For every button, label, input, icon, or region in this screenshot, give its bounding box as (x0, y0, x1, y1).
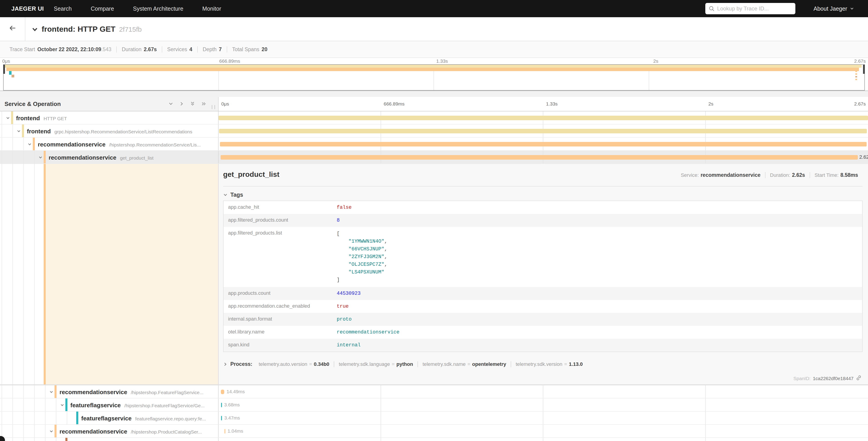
timeline-tick-label: 2s (653, 58, 658, 64)
span-service-name: recommendationservice (60, 428, 127, 435)
summary-item: Duration2.67s (116, 47, 162, 53)
span-name-group[interactable]: frontendgrpc.hipstershop.RecommendationS… (27, 127, 192, 135)
tag-key: app.products.count (223, 287, 337, 300)
summary-item: Total Spans20 (227, 47, 273, 53)
json-string-value: "1YMWWN1N4O" (348, 239, 384, 244)
expand-chevron-icon[interactable] (6, 114, 10, 122)
span-color-bar (44, 151, 46, 164)
span-timeline-cell[interactable] (219, 111, 868, 124)
span-name-group[interactable]: recommendationservice/hipstershop.Featur… (60, 388, 204, 396)
collapse-all-icon[interactable] (190, 100, 195, 108)
minimap-span-mark (9, 71, 11, 75)
minimap-span-mark (11, 75, 14, 78)
span-name-group[interactable]: recommendationservice/hipstershop.Recomm… (38, 140, 201, 148)
span-timeline-cell[interactable] (219, 438, 868, 441)
span-timeline-cell[interactable]: 3.47ms (219, 412, 868, 424)
top-navbar: JAEGER UI SearchCompareSystem Architectu… (0, 0, 868, 17)
span-row[interactable]: featureflagservice/hipstershop.FeatureFl… (0, 399, 868, 412)
nav-item-monitor[interactable]: Monitor (202, 5, 221, 12)
span-name-group[interactable]: recommendationserviceget_product_list (49, 153, 153, 161)
minimap-left-scrubber[interactable] (3, 65, 5, 74)
span-row[interactable] (0, 438, 868, 441)
span-bar[interactable] (221, 390, 224, 394)
span-name-group[interactable]: featureflagservice/hipstershop.FeatureFl… (70, 401, 205, 409)
span-timeline-cell[interactable] (219, 138, 868, 150)
tag-key: internal.span.format (223, 313, 337, 326)
expand-chevron-icon[interactable] (49, 427, 53, 435)
app-logo[interactable]: JAEGER UI (11, 5, 44, 12)
process-key: telemetry.sdk.language (339, 361, 390, 367)
span-bar[interactable] (221, 416, 222, 420)
expand-chevron-icon[interactable] (49, 388, 53, 396)
span-rows-top: frontendHTTP GETfrontendgrpc.hipstershop… (0, 111, 868, 164)
trace-minimap[interactable] (3, 64, 865, 91)
copy-link-icon[interactable] (856, 375, 862, 382)
summary-item: Trace StartOctober 22 2022, 22:10:09.543 (4, 47, 116, 53)
tag-value-text: recommendationservice (337, 329, 399, 335)
span-tree-cell: frontendHTTP GET (0, 111, 219, 124)
minimap-span-mark (855, 79, 857, 80)
tag-key: app.filtered_products.count (223, 214, 337, 227)
span-bar[interactable] (219, 116, 868, 120)
chevron-down-icon (850, 5, 854, 12)
span-name-group[interactable]: recommendationservice/hipstershop.Produc… (60, 427, 202, 435)
span-color-bar (55, 425, 57, 437)
span-row[interactable]: recommendationservice/hipstershop.Featur… (0, 385, 868, 399)
back-button[interactable] (0, 17, 25, 41)
span-name-group[interactable]: frontendHTTP GET (16, 114, 67, 122)
span-row[interactable]: recommendationservice/hipstershop.Recomm… (0, 138, 868, 151)
span-bar[interactable] (221, 155, 858, 159)
span-row[interactable]: featureflagservicefeatureflagservice.rep… (0, 412, 868, 425)
span-timeline-cell[interactable]: 3.68ms (219, 399, 868, 411)
span-timeline-cell[interactable]: 2.62s (219, 151, 868, 164)
span-timeline-cell[interactable]: 14.49ms (219, 385, 868, 398)
indent-guide (2, 111, 2, 124)
expand-chevron-icon[interactable] (60, 401, 64, 409)
nav-item-compare[interactable]: Compare (91, 5, 114, 12)
span-name-group[interactable]: featureflagservicefeatureflagservice.rep… (81, 414, 206, 422)
process-items: telemetry.auto.version=0.34b0telemetry.s… (254, 361, 587, 367)
span-bar[interactable] (224, 429, 225, 434)
tags-section-toggle[interactable]: Tags (223, 190, 243, 199)
span-color-bar (65, 399, 67, 411)
span-bar[interactable] (221, 403, 222, 407)
span-row[interactable]: recommendationservice/hipstershop.Produc… (0, 425, 868, 438)
span-bar[interactable] (219, 129, 867, 133)
span-row[interactable]: frontendHTTP GET (0, 111, 868, 124)
expand-chevron-icon[interactable] (28, 140, 32, 148)
span-row[interactable]: recommendationserviceget_product_list2.6… (0, 151, 868, 164)
indent-guide (23, 399, 24, 411)
about-jaeger-menu[interactable]: About Jaeger (813, 5, 854, 12)
summary-item: Services4 (162, 47, 197, 53)
expand-chevron-icon[interactable] (38, 153, 42, 161)
expand-all-icon[interactable] (201, 100, 206, 108)
json-string-value: "2ZYFJ3GM2N" (348, 254, 384, 260)
span-duration-label: 2.62s (859, 154, 868, 160)
span-timeline-cell[interactable] (219, 124, 868, 137)
span-row[interactable]: frontendgrpc.hipstershop.RecommendationS… (0, 124, 868, 138)
span-duration-stat: Duration:2.62s (765, 172, 810, 178)
expand-chevron-icon[interactable] (17, 127, 21, 135)
timeline-tick-label: 666.89ms (384, 101, 405, 107)
trace-page-header: frontend: HTTP GET2f715fb ⌘ (0, 17, 868, 41)
summary-value: 2.67s (144, 47, 157, 52)
tag-row: internal.span.formatproto (223, 313, 862, 326)
column-resizer-handle[interactable] (212, 105, 215, 109)
nav-item-system-architecture[interactable]: System Architecture (133, 5, 183, 12)
trace-id-lookup-input[interactable] (705, 3, 795, 14)
collapse-trace-header-chevron[interactable] (32, 25, 38, 33)
tag-row: app.cache_hitfalse (223, 201, 862, 214)
json-bracket: [ (337, 230, 859, 238)
minimap-right-scrubber[interactable] (863, 65, 865, 74)
tag-row: app.filtered_products.list["1YMWWN1N4O",… (223, 227, 862, 287)
expand-one-icon[interactable] (179, 100, 184, 108)
collapse-one-icon[interactable] (168, 100, 173, 108)
nav-item-search[interactable]: Search (54, 5, 72, 12)
json-bracket: ] (337, 276, 859, 284)
span-bar[interactable] (220, 142, 866, 146)
span-timeline-cell[interactable]: 1.04ms (219, 425, 868, 437)
chevron-right-icon[interactable] (223, 360, 228, 368)
span-operation-name: featureflagservice.repo.query:fe... (135, 416, 206, 421)
service-operation-title: Service & Operation (4, 100, 61, 108)
json-string-value: "OLJCESPC7Z" (348, 262, 384, 267)
